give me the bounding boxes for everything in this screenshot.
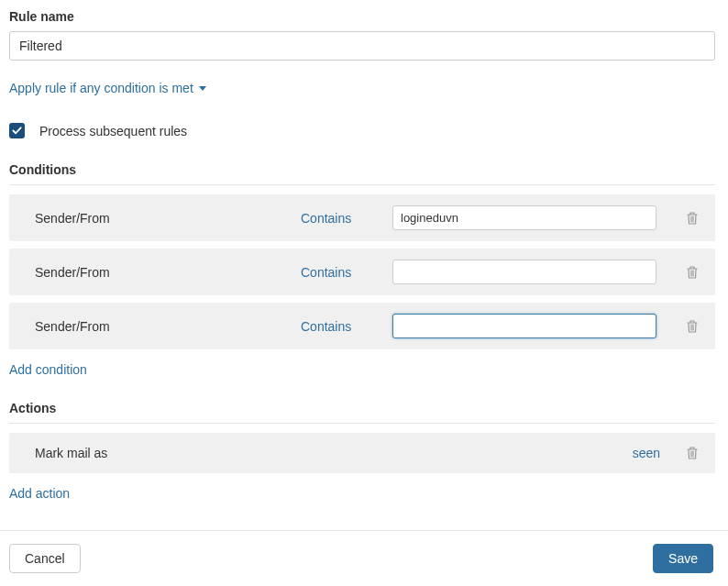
condition-row: Sender/FromContains: [9, 249, 715, 295]
condition-row: Sender/FromContains: [9, 303, 715, 349]
condition-operator-dropdown[interactable]: Contains: [301, 211, 392, 226]
cancel-button[interactable]: Cancel: [9, 544, 81, 573]
trash-icon: [686, 446, 699, 460]
condition-value-input[interactable]: [392, 314, 656, 338]
add-action-link[interactable]: Add action: [9, 486, 70, 501]
process-subsequent-label: Process subsequent rules: [39, 124, 187, 138]
divider: [9, 184, 715, 185]
condition-operator-dropdown[interactable]: Contains: [301, 265, 392, 280]
delete-condition-button[interactable]: [682, 319, 702, 334]
check-icon: [12, 126, 22, 136]
apply-rule-dropdown[interactable]: Apply rule if any condition is met: [9, 81, 206, 95]
condition-operator-dropdown[interactable]: Contains: [301, 319, 392, 334]
condition-value-input[interactable]: [392, 260, 656, 284]
condition-value-input[interactable]: [392, 205, 656, 230]
rule-name-label: Rule name: [9, 9, 715, 24]
trash-icon: [686, 265, 699, 280]
action-row: Mark mail asseen: [9, 433, 715, 473]
delete-condition-button[interactable]: [682, 265, 702, 280]
action-value-dropdown[interactable]: seen: [633, 446, 660, 460]
condition-field-dropdown[interactable]: Sender/From: [35, 265, 301, 280]
footer: Cancel Save: [0, 530, 728, 586]
trash-icon: [686, 319, 699, 334]
process-subsequent-checkbox[interactable]: [9, 123, 25, 138]
condition-row: Sender/FromContains: [9, 194, 715, 241]
trash-icon: [686, 211, 699, 226]
save-button[interactable]: Save: [653, 544, 713, 573]
condition-field-dropdown[interactable]: Sender/From: [35, 211, 301, 226]
action-field-dropdown[interactable]: Mark mail as: [35, 446, 633, 460]
apply-rule-label: Apply rule if any condition is met: [9, 81, 193, 95]
conditions-title: Conditions: [9, 162, 715, 177]
caret-down-icon: [199, 86, 206, 91]
actions-title: Actions: [9, 401, 715, 415]
divider: [9, 423, 715, 424]
condition-field-dropdown[interactable]: Sender/From: [35, 319, 301, 334]
rule-name-input[interactable]: [9, 31, 715, 61]
delete-condition-button[interactable]: [682, 211, 702, 226]
add-condition-link[interactable]: Add condition: [9, 362, 87, 377]
delete-action-button[interactable]: [682, 446, 702, 460]
